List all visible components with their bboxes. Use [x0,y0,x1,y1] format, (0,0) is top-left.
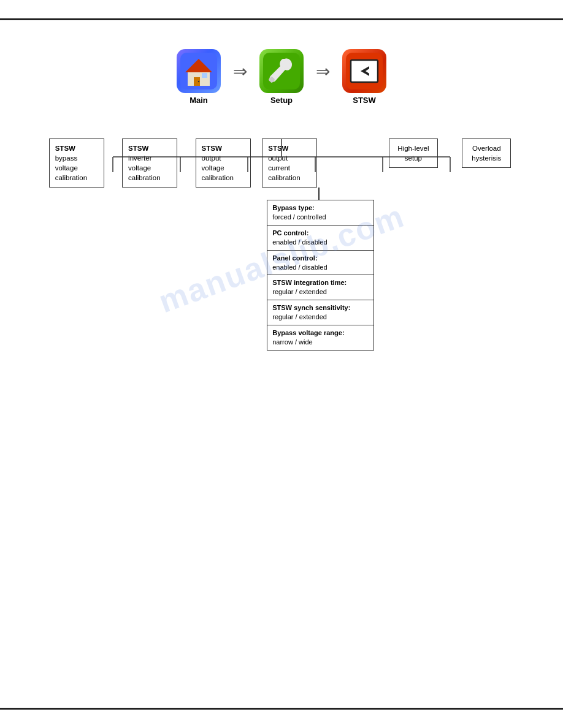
output-voltage-line1: output [202,154,221,162]
bypass-voltage-line3: calibration [55,174,87,181]
bypass-type-normal: forced / controlled [272,213,326,221]
stsw-label: STSW [353,96,376,105]
output-current-line3: calibration [268,174,300,181]
stsw-integration-bold: STSW integration time: [272,279,347,286]
arrow-2: ⇒ [316,61,330,82]
bypass-voltage-line2: voltage [55,164,78,172]
overload-line2: hysterisis [472,154,501,162]
stsw-synch-bold: STSW synch sensitivity: [272,304,350,311]
main-icon [177,49,221,93]
stsw-synch-normal: regular / extended [272,313,327,320]
pc-control-bold: PC control: [272,229,308,237]
overload-box: Overload hysterisis [462,138,511,168]
high-level-box: High-level setup [389,138,438,168]
stsw-icon [342,49,386,93]
output-current-box: STSW output current calibration [262,138,317,188]
output-voltage-line2: voltage [202,164,224,172]
output-voltage-bold: STSW [202,145,222,152]
output-voltage-line3: calibration [202,174,234,181]
bypass-voltage-range-normal: narrow / wide [272,338,312,346]
child-col-6: Overload hysterisis [453,138,521,168]
stsw-icon-box: STSW [342,49,386,105]
setup-icon-box: Setup [259,49,304,105]
bypass-voltage-range-bold: Bypass voltage range: [272,329,344,336]
bypass-voltage-box: STSW bypass voltage calibration [49,138,104,188]
pc-control-normal: enabled / disabled [272,238,327,246]
stsw-integration-normal: regular / extended [272,288,327,295]
diagram-wrapper: STSW bypass voltage calibration STSW inv… [37,138,526,351]
child-col-3: STSW output voltage calibration [189,138,257,188]
bottom-border [0,708,563,710]
output-current-line1: output [268,154,288,162]
panel-control-normal: enabled / disabled [272,264,327,271]
output-current-line2: current [268,164,290,172]
sub-items-container: Bypass type: forced / controlled PC cont… [262,188,374,350]
arrow-1: ⇒ [233,61,247,82]
stsw-integration-box: STSW integration time: regular / extende… [267,275,374,300]
main-label: Main [190,96,208,105]
bypass-voltage-bold: STSW [55,145,75,152]
inverter-voltage-bold: STSW [128,145,148,152]
svg-point-5 [198,81,199,82]
main-icon-box: Main [177,49,221,105]
svg-rect-4 [202,73,207,78]
child-col-2: STSW inverter voltage calibration [115,138,183,188]
pc-control-box: PC control: enabled / disabled [267,226,374,251]
bypass-type-box: Bypass type: forced / controlled [267,200,374,226]
sub-items-col: Bypass type: forced / controlled PC cont… [267,200,374,350]
setup-icon [259,49,304,93]
child-col-1: STSW bypass voltage calibration [42,138,110,188]
setup-label: Setup [270,96,293,105]
icon-row: Main ⇒ Setup ⇒ [37,49,526,105]
inverter-voltage-line2: voltage [128,164,151,172]
output-voltage-box: STSW output voltage calibration [196,138,251,188]
stsw-synch-box: STSW synch sensitivity: regular / extend… [267,300,374,325]
inverter-voltage-box: STSW inverter voltage calibration [122,138,177,188]
output-current-bold: STSW [268,145,288,152]
sub-vert-line [318,188,320,200]
child-col-4: STSW output current calibration Bypass [262,138,374,351]
panel-control-bold: Panel control: [272,254,317,262]
bypass-voltage-range-box: Bypass voltage range: narrow / wide [267,325,374,351]
overload-line1: Overload [472,145,501,152]
bypass-type-bold: Bypass type: [272,204,314,211]
bypass-voltage-line1: bypass [55,154,77,162]
child-col-5: High-level setup [379,138,447,168]
inverter-voltage-line3: calibration [128,174,160,181]
inverter-voltage-line1: inverter [128,154,151,162]
child-nodes-row: STSW bypass voltage calibration STSW inv… [42,138,521,351]
panel-control-box: Panel control: enabled / disabled [267,251,374,276]
high-level-line1: High-level [397,145,429,152]
high-level-line2: setup [405,154,422,162]
